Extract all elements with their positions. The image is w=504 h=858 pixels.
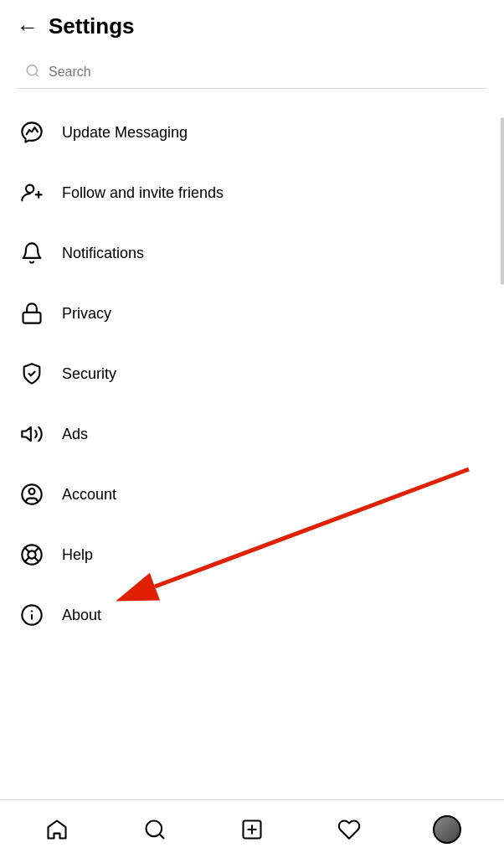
bottom-nav — [0, 799, 504, 858]
menu-item-privacy[interactable]: Privacy — [0, 283, 504, 344]
menu-item-about[interactable]: About — [0, 585, 504, 645]
nav-home[interactable] — [36, 809, 78, 850]
svg-line-12 — [34, 557, 39, 561]
page-title: Settings — [49, 13, 135, 39]
search-icon — [25, 63, 40, 82]
menu-item-help[interactable]: Help — [0, 525, 504, 585]
bell-icon — [17, 238, 47, 268]
settings-menu-list: Update Messaging Follow and invite frien… — [0, 102, 504, 645]
menu-label-security: Security — [62, 365, 116, 383]
heart-icon — [337, 818, 361, 841]
menu-label-update-messaging: Update Messaging — [62, 124, 188, 142]
menu-item-security[interactable]: Security — [0, 344, 504, 404]
svg-line-13 — [34, 548, 39, 552]
megaphone-icon — [17, 419, 47, 449]
shield-check-icon — [17, 359, 47, 389]
nav-add[interactable] — [231, 809, 273, 850]
menu-item-account[interactable]: Account — [0, 464, 504, 525]
person-circle-icon — [17, 479, 47, 509]
main-content: ← Settings Update Messaging — [0, 0, 504, 799]
svg-line-14 — [25, 557, 29, 561]
plus-square-icon — [240, 818, 264, 841]
menu-item-ads[interactable]: Ads — [0, 404, 504, 464]
header: ← Settings — [0, 0, 504, 49]
svg-point-2 — [26, 185, 33, 193]
svg-rect-5 — [23, 313, 41, 323]
menu-item-notifications[interactable]: Notifications — [0, 223, 504, 283]
avatar — [433, 815, 461, 844]
add-person-icon — [17, 178, 47, 208]
menu-item-follow-invite[interactable]: Follow and invite friends — [0, 163, 504, 223]
messenger-icon — [17, 117, 47, 147]
menu-label-account: Account — [62, 486, 116, 504]
menu-label-ads: Ads — [62, 426, 88, 443]
menu-label-notifications: Notifications — [62, 245, 144, 262]
scrollbar[interactable] — [501, 117, 504, 285]
svg-line-1 — [35, 73, 38, 75]
menu-label-follow-invite: Follow and invite friends — [62, 184, 224, 202]
menu-label-help: Help — [62, 546, 93, 564]
svg-marker-6 — [22, 427, 30, 441]
svg-line-11 — [25, 548, 29, 552]
lock-icon — [17, 298, 47, 328]
svg-line-21 — [159, 834, 163, 838]
home-icon — [45, 818, 69, 841]
nav-heart[interactable] — [328, 809, 370, 850]
search-nav-icon — [143, 818, 167, 841]
back-button[interactable]: ← — [17, 16, 39, 38]
svg-point-0 — [27, 65, 37, 75]
svg-point-8 — [29, 488, 35, 494]
menu-item-update-messaging[interactable]: Update Messaging — [0, 102, 504, 163]
menu-label-privacy: Privacy — [62, 305, 111, 323]
menu-label-about: About — [62, 607, 101, 624]
search-container — [17, 56, 487, 89]
nav-search[interactable] — [134, 809, 176, 850]
search-input[interactable] — [17, 56, 487, 89]
lifebuoy-icon — [17, 540, 47, 570]
info-circle-icon — [17, 600, 47, 630]
nav-profile[interactable] — [426, 809, 468, 850]
